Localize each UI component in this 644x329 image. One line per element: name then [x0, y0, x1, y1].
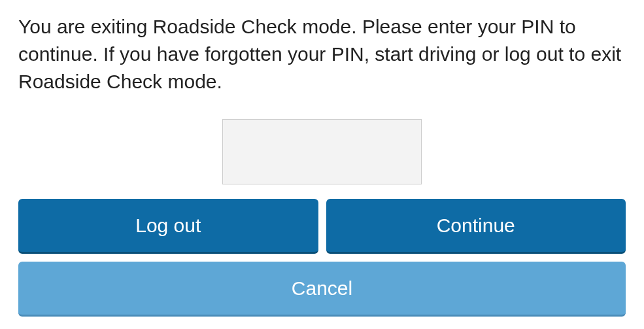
logout-button[interactable]: Log out	[18, 199, 318, 254]
continue-button[interactable]: Continue	[326, 199, 626, 254]
action-button-row: Log out Continue	[18, 199, 626, 254]
pin-input[interactable]	[222, 119, 422, 184]
cancel-button[interactable]: Cancel	[18, 262, 626, 317]
cancel-button-row: Cancel	[18, 262, 626, 317]
pin-input-row	[18, 119, 626, 184]
exit-message: You are exiting Roadside Check mode. Ple…	[18, 13, 626, 95]
